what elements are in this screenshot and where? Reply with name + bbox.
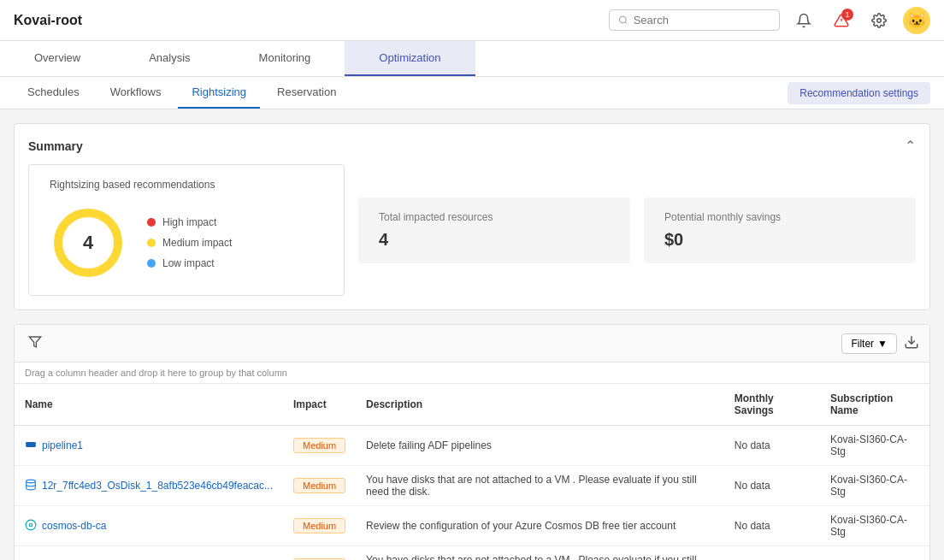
- svg-point-9: [27, 480, 36, 483]
- donut-row: 4 High impact Medium impact: [50, 204, 323, 281]
- filter-chevron-icon: ▼: [877, 338, 888, 350]
- cell-name: CAidlediskcheck: [15, 546, 283, 561]
- chart-legend: High impact Medium impact Low impact: [147, 216, 232, 269]
- bell-icon: [796, 13, 811, 28]
- table-card: Filter ▼ Drag a column header and drop i…: [14, 324, 930, 560]
- cell-description: You have disks that are not attached to …: [356, 546, 724, 561]
- medium-impact-label: Medium impact: [162, 237, 232, 249]
- table-header-row: Name Impact Description Monthly Savings …: [15, 384, 929, 426]
- cell-monthly-savings: No data: [724, 426, 820, 466]
- monthly-savings-label: Potential monthly savings: [664, 211, 895, 223]
- content-area: Summary ⌃ Rightsizing based recommendati…: [0, 109, 944, 560]
- svg-marker-6: [29, 337, 40, 347]
- svg-point-4: [877, 18, 882, 22]
- cell-monthly-savings: No data: [724, 466, 820, 506]
- col-impact: Impact: [283, 384, 356, 426]
- cell-impact: Medium: [283, 426, 356, 466]
- cell-name: pipeline1: [15, 426, 283, 466]
- tab-overview[interactable]: Overview: [0, 41, 115, 76]
- donut-value: 4: [83, 232, 93, 254]
- total-impacted-value: 4: [379, 230, 610, 250]
- cell-impact: Medium: [283, 466, 356, 506]
- user-avatar[interactable]: 🐱: [903, 7, 930, 34]
- cell-description: You have disks that are not attached to …: [356, 466, 724, 506]
- cell-subscription: Kovai-SI360-CA-Stg: [820, 426, 929, 466]
- table-row: 12r_7ffc4ed3_OsDisk_1_8afb523e46cb49feac…: [15, 466, 929, 506]
- cell-description: Review the configuration of your Azure C…: [356, 506, 724, 546]
- download-icon: [904, 334, 919, 350]
- table-toolbar: Filter ▼: [15, 325, 929, 363]
- monthly-savings-box: Potential monthly savings $0: [644, 197, 916, 263]
- sub-tabs-bar: Schedules Workflows Rightsizing Reservat…: [0, 77, 944, 109]
- tab-monitoring[interactable]: Monitoring: [225, 41, 345, 76]
- col-description: Description: [356, 384, 724, 426]
- monthly-savings-value: $0: [664, 230, 895, 250]
- col-name: Name: [15, 384, 283, 426]
- high-impact-dot: [147, 218, 156, 227]
- high-impact-label: High impact: [162, 216, 216, 228]
- svg-rect-8: [26, 442, 36, 447]
- resource-icon: [25, 439, 37, 453]
- sub-tab-workflows[interactable]: Workflows: [97, 77, 175, 109]
- cell-impact: Medium: [283, 546, 356, 561]
- resource-name-link[interactable]: pipeline1: [25, 439, 273, 453]
- drag-hint: Drag a column header and drop it here to…: [15, 363, 929, 384]
- col-subscription: Subscription Name: [820, 384, 929, 426]
- app-title: Kovai-root: [14, 13, 82, 28]
- summary-chart-section: Rightsizing based recommendations 4 High…: [28, 164, 345, 296]
- main-tabs: Overview Analysis Monitoring Optimizatio…: [0, 41, 944, 77]
- medium-impact-dot: [147, 239, 156, 247]
- sub-tabs: Schedules Workflows Rightsizing Reservat…: [14, 77, 350, 109]
- table-row: pipeline1 Medium Delete failing ADF pipe…: [15, 426, 929, 466]
- table-row: CAidlediskcheck Medium You have disks th…: [15, 546, 929, 561]
- sub-tab-reservation[interactable]: Reservation: [263, 77, 350, 109]
- total-impacted-box: Total impacted resources 4: [358, 197, 630, 263]
- filter-icon-button[interactable]: [25, 332, 45, 355]
- export-button[interactable]: [904, 334, 919, 353]
- sub-tab-schedules[interactable]: Schedules: [14, 77, 93, 109]
- alerts-icon-btn[interactable]: 1: [828, 7, 855, 34]
- resource-name-link[interactable]: 12r_7ffc4ed3_OsDisk_1_8afb523e46cb49feac…: [25, 479, 273, 493]
- cell-subscription: Kovai-SI360-CA-Stg: [820, 466, 929, 506]
- cell-subscription: Kovai-SI360-CA-Stg: [820, 506, 929, 546]
- svg-point-10: [29, 523, 32, 527]
- chart-section-title: Rightsizing based recommendations: [50, 179, 323, 191]
- table-row: cosmos-db-ca Medium Review the configura…: [15, 506, 929, 546]
- cell-name: 12r_7ffc4ed3_OsDisk_1_8afb523e46cb49feac…: [15, 466, 283, 506]
- sub-tab-rightsizing[interactable]: Rightsizing: [178, 77, 260, 109]
- cell-monthly-savings: No data: [724, 546, 820, 561]
- filter-icon: [28, 335, 42, 349]
- notifications-bell[interactable]: [790, 7, 817, 34]
- svg-line-1: [625, 22, 627, 24]
- cell-impact: Medium: [283, 506, 356, 546]
- resource-icon: [25, 479, 37, 493]
- col-monthly-savings: Monthly Savings: [724, 384, 820, 426]
- impact-badge: Medium: [293, 478, 345, 493]
- legend-medium: Medium impact: [147, 237, 232, 249]
- low-impact-dot: [147, 259, 156, 268]
- summary-title: Summary: [28, 139, 83, 153]
- tab-analysis[interactable]: Analysis: [115, 41, 224, 76]
- settings-btn[interactable]: [865, 7, 893, 34]
- recommendation-settings-button[interactable]: Recommendation settings: [788, 82, 930, 104]
- summary-card: Summary ⌃ Rightsizing based recommendati…: [14, 123, 930, 310]
- top-bar: Kovai-root 1 🐱: [0, 0, 944, 41]
- legend-high: High impact: [147, 216, 232, 228]
- tab-optimization[interactable]: Optimization: [345, 41, 475, 76]
- cell-name: cosmos-db-ca: [15, 506, 283, 546]
- summary-header: Summary ⌃: [28, 138, 916, 154]
- legend-low: Low impact: [147, 257, 232, 269]
- impact-badge: Medium: [293, 518, 345, 533]
- low-impact-label: Low impact: [162, 257, 215, 269]
- cell-monthly-savings: No data: [724, 506, 820, 546]
- search-input[interactable]: [634, 14, 770, 27]
- impact-badge: Medium: [293, 438, 345, 453]
- gear-icon: [871, 13, 887, 28]
- donut-chart: 4: [50, 204, 127, 281]
- filter-label: Filter: [851, 338, 874, 350]
- resource-name-link[interactable]: cosmos-db-ca: [25, 519, 273, 533]
- alert-badge: 1: [841, 9, 853, 21]
- collapse-button[interactable]: ⌃: [905, 138, 916, 154]
- filter-dropdown-button[interactable]: Filter ▼: [841, 333, 897, 354]
- search-box[interactable]: [609, 9, 780, 31]
